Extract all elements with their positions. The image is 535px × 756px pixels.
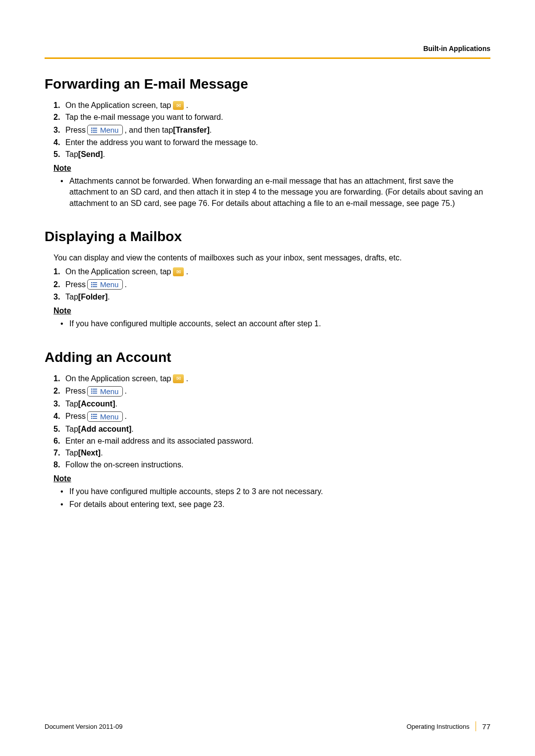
section1-steps: 1. On the Application screen, tap ✉ . 2.…	[45, 101, 490, 159]
step-text: Press	[65, 412, 86, 421]
step-item: 8. Follow the on-screen instructions.	[54, 460, 490, 469]
step-text: .	[210, 126, 212, 135]
menu-button[interactable]: Menu	[87, 386, 123, 397]
step-number: 5.	[54, 425, 65, 434]
svg-point-12	[91, 389, 92, 390]
step-text: .	[107, 293, 109, 302]
step-text: Follow the on-screen instructions.	[65, 460, 183, 469]
step-text: Tap	[65, 449, 78, 457]
step-item: 7. Tap [Next] .	[54, 449, 490, 457]
step-item: 2. Press Menu .	[54, 386, 490, 397]
step-text: .	[124, 280, 126, 289]
svg-point-18	[91, 414, 92, 415]
step-text: Press	[65, 387, 86, 396]
step-item: 1. On the Application screen, tap ✉ .	[54, 267, 490, 276]
svg-rect-7	[93, 282, 97, 283]
step-number: 4.	[54, 412, 65, 421]
svg-point-0	[91, 127, 92, 128]
note-item: Attachments cannot be forwarded. When fo…	[69, 176, 490, 209]
step-action: [Folder]	[78, 293, 108, 302]
email-icon[interactable]: ✉	[173, 267, 184, 276]
step-number: 3.	[54, 126, 65, 135]
footer-left: Document Version 2011-09	[45, 723, 123, 730]
menu-label: Menu	[100, 280, 119, 289]
svg-rect-15	[93, 391, 97, 392]
menu-label: Menu	[100, 126, 119, 134]
step-text: .	[103, 150, 105, 159]
step-text: Enter an e-mail address and its associat…	[65, 437, 254, 446]
note-item: If you have configured multiple accounts…	[69, 486, 490, 497]
step-item: 1. On the Application screen, tap ✉ .	[54, 101, 490, 110]
svg-point-14	[91, 391, 92, 392]
note-list: If you have configured multiple accounts…	[45, 318, 490, 329]
note-label: Note	[45, 474, 490, 483]
step-item: 5. Tap [Add account] .	[54, 425, 490, 434]
svg-point-6	[91, 282, 92, 283]
svg-rect-11	[93, 286, 97, 287]
step-item: 6. Enter an e-mail address and its assoc…	[54, 437, 490, 446]
svg-point-2	[91, 129, 92, 130]
step-number: 6.	[54, 437, 65, 446]
step-text: Tap	[65, 150, 78, 159]
step-text: .	[186, 101, 188, 110]
section3-steps: 1. On the Application screen, tap ✉ . 2.…	[45, 374, 490, 469]
step-text: , and then tap	[124, 126, 173, 135]
footer-right-label: Operating Instructions	[407, 723, 470, 730]
step-text: .	[186, 374, 188, 383]
step-text: .	[101, 449, 103, 457]
svg-rect-17	[93, 393, 97, 394]
step-text: Press	[65, 280, 86, 289]
step-text: .	[124, 412, 126, 421]
step-number: 8.	[54, 460, 65, 469]
note-label: Note	[45, 306, 490, 315]
menu-label: Menu	[100, 387, 119, 396]
header-section: Built-in Applications	[45, 45, 490, 52]
section2-intro: You can display and view the contents of…	[45, 253, 490, 262]
svg-point-8	[91, 284, 92, 285]
step-text: On the Application screen, tap	[65, 101, 171, 110]
step-number: 7.	[54, 449, 65, 457]
step-number: 1.	[54, 101, 65, 110]
step-text: On the Application screen, tap	[65, 267, 171, 276]
menu-label: Menu	[100, 412, 119, 421]
section-account-title: Adding an Account	[45, 350, 490, 365]
step-number: 1.	[54, 267, 65, 276]
step-text: Tap	[65, 293, 78, 302]
svg-point-16	[91, 393, 92, 394]
step-item: 4. Enter the address you want to forward…	[54, 138, 490, 147]
step-number: 4.	[54, 138, 65, 147]
menu-button[interactable]: Menu	[87, 125, 123, 135]
svg-point-22	[91, 418, 92, 419]
svg-rect-5	[93, 132, 97, 133]
menu-icon	[91, 127, 98, 133]
step-text: Tap	[65, 425, 78, 434]
menu-button[interactable]: Menu	[87, 411, 123, 422]
step-item: 2. Tap the e-mail message you want to fo…	[54, 113, 490, 122]
note-label: Note	[45, 164, 490, 173]
svg-point-10	[91, 286, 92, 287]
svg-rect-13	[93, 389, 97, 390]
step-text: .	[115, 400, 117, 408]
email-icon[interactable]: ✉	[173, 374, 184, 383]
svg-rect-19	[93, 414, 97, 415]
step-item: 3. Tap [Account] .	[54, 400, 490, 408]
step-action: [Next]	[78, 449, 101, 457]
menu-button[interactable]: Menu	[87, 279, 123, 290]
menu-icon	[91, 388, 98, 394]
step-action: [Account]	[78, 400, 115, 408]
step-item: 2. Press Menu .	[54, 279, 490, 290]
email-icon[interactable]: ✉	[173, 101, 184, 110]
svg-point-20	[91, 416, 92, 417]
step-action: [Send]	[78, 150, 103, 159]
note-item: For details about entering text, see pag…	[69, 499, 490, 510]
footer-separator	[476, 721, 477, 731]
step-text: Tap	[65, 400, 78, 408]
section-forwarding-title: Forwarding an E-mail Message	[45, 76, 490, 92]
step-text: Enter the address you want to forward th…	[65, 138, 258, 147]
menu-icon	[91, 282, 98, 288]
step-number: 2.	[54, 280, 65, 289]
step-item: 5. Tap [Send] .	[54, 150, 490, 159]
step-number: 5.	[54, 150, 65, 159]
header-divider	[45, 57, 490, 59]
step-item: 1. On the Application screen, tap ✉ .	[54, 374, 490, 383]
